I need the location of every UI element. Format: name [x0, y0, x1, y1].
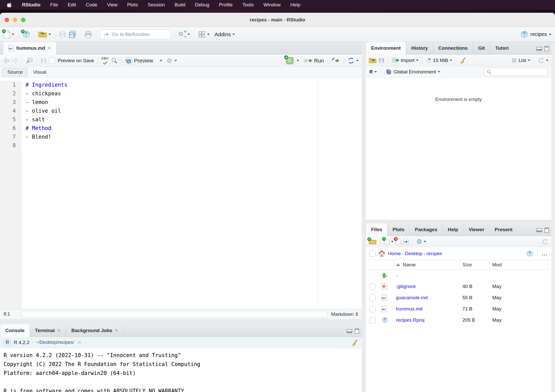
tab-viewer[interactable]: Viewer — [464, 223, 490, 236]
console-output[interactable]: R version 4.2.2 (2022-10-31) -- "Innocen… — [0, 348, 362, 392]
back-button[interactable] — [3, 58, 10, 64]
go-to-file-input[interactable] — [112, 32, 163, 37]
horizontal-splitter[interactable] — [366, 220, 551, 223]
breadcrumb-recipes[interactable]: recipes — [426, 251, 442, 256]
workspace-panes-button[interactable] — [198, 31, 210, 38]
spellcheck-button[interactable]: ABC — [102, 57, 109, 64]
table-row-hummus[interactable]: MD hummus.md 71 B May — [366, 303, 548, 315]
row-checkbox[interactable] — [369, 295, 376, 301]
insert-chunk-button[interactable]: C+ — [286, 57, 299, 64]
menu-plots[interactable]: Plots — [127, 2, 138, 8]
minimize-pane-icon[interactable] — [536, 228, 542, 232]
more-file-commands-button[interactable]: ⚙ — [416, 238, 426, 245]
import-dataset-button[interactable]: Import — [392, 57, 419, 63]
find-replace-button[interactable] — [111, 57, 118, 64]
close-tab-icon[interactable]: ✕ — [115, 328, 118, 333]
tab-console[interactable]: Console — [0, 324, 30, 337]
rerun-button[interactable] — [331, 58, 340, 64]
tab-plots[interactable]: Plots — [387, 223, 410, 236]
more-breadcrumb-button[interactable]: ... — [542, 250, 548, 257]
vertical-splitter[interactable] — [362, 42, 366, 392]
project-selector[interactable]: R recipes — [520, 30, 551, 38]
file-type-selector[interactable]: Markdown — [331, 311, 358, 317]
language-selector[interactable]: R — [369, 69, 377, 75]
list-view-button[interactable]: List — [511, 58, 530, 63]
menu-code[interactable]: Code — [86, 2, 97, 8]
rproj-cube-icon[interactable]: R — [526, 250, 533, 257]
addins-button[interactable]: Addins — [215, 31, 235, 37]
table-row-rproj[interactable]: R recipes.Rproj 205 B May — [366, 315, 548, 326]
menu-view[interactable]: View — [107, 2, 118, 8]
forward-button[interactable] — [12, 58, 18, 64]
close-tab-icon[interactable]: ✕ — [57, 328, 61, 333]
memory-usage-button[interactable]: 15 MiB — [426, 58, 452, 63]
select-all-checkbox[interactable] — [369, 250, 376, 257]
table-row-guacamole[interactable]: MD guacamole.md 55 B May — [366, 292, 548, 303]
preview-on-save-checkbox[interactable] — [49, 57, 55, 64]
save-button[interactable] — [59, 31, 66, 38]
version-control-button[interactable]: G+– — [179, 31, 190, 38]
maximize-pane-icon[interactable] — [545, 46, 549, 51]
environment-selector[interactable]: Global Environment — [385, 69, 440, 75]
home-icon[interactable] — [378, 250, 385, 257]
preview-button[interactable]: Preview — [125, 57, 162, 64]
render-options-gear-icon[interactable]: ⚙ — [166, 57, 172, 64]
maximize-pane-icon[interactable] — [545, 228, 549, 233]
file-link[interactable]: .gitignore — [396, 284, 416, 289]
source-mode-button[interactable]: Source — [3, 68, 28, 76]
horizontal-splitter[interactable] — [0, 319, 362, 324]
menu-build[interactable]: Build — [174, 2, 185, 8]
save-workspace-button[interactable] — [379, 57, 385, 63]
source-document-button[interactable] — [347, 57, 359, 64]
preview-on-save-option[interactable]: Preview on Save — [49, 57, 94, 64]
clear-environment-broom-button[interactable] — [460, 57, 466, 64]
row-checkbox[interactable] — [369, 283, 376, 290]
new-project-button[interactable]: R+ — [22, 30, 30, 38]
print-button[interactable] — [84, 31, 92, 38]
table-row-parent-dir[interactable]: .. — [366, 270, 548, 281]
refresh-environment-button[interactable] — [538, 57, 548, 64]
menu-tools[interactable]: Tools — [242, 2, 254, 8]
delete-file-button[interactable]: ✕ — [396, 238, 401, 245]
column-header-name[interactable]: Name — [393, 260, 460, 270]
minimize-pane-icon[interactable] — [347, 329, 352, 333]
menu-session[interactable]: Session — [148, 2, 165, 8]
new-folder-button[interactable]: + — [369, 239, 376, 245]
tab-connections[interactable]: Connections — [433, 42, 473, 54]
tab-terminal[interactable]: Terminal✕ — [30, 324, 66, 337]
maximize-pane-icon[interactable] — [355, 329, 359, 334]
apple-logo-icon[interactable] — [7, 2, 12, 8]
row-checkbox[interactable] — [369, 317, 376, 323]
tab-files[interactable]: Files — [366, 223, 387, 236]
rename-file-button[interactable] — [403, 238, 409, 245]
breadcrumb-home[interactable]: Home — [388, 251, 401, 256]
file-link[interactable]: recipes.Rproj — [396, 317, 424, 323]
tab-history[interactable]: History — [406, 42, 433, 54]
code-editor[interactable]: 1# Ingredients 2- chickpeas 3- lemon 4- … — [0, 77, 362, 309]
popout-window-button[interactable] — [26, 57, 33, 64]
run-button[interactable]: Run — [304, 58, 324, 64]
menu-file[interactable]: File — [50, 2, 58, 8]
open-file-button[interactable] — [38, 31, 51, 38]
file-link[interactable]: guacamole.md — [396, 295, 428, 300]
load-workspace-button[interactable] — [369, 57, 376, 63]
close-tab-icon[interactable]: ✕ — [47, 45, 51, 51]
go-to-file-search[interactable] — [100, 30, 171, 39]
column-header-size[interactable]: Size — [460, 260, 489, 270]
tab-help[interactable]: Help — [443, 223, 463, 236]
table-row-gitignore[interactable]: .gitignore 40 B May — [366, 281, 548, 292]
clear-console-broom-icon[interactable] — [351, 339, 358, 346]
tab-tutorial[interactable]: Tutori — [490, 42, 509, 54]
menu-help[interactable]: Help — [290, 2, 300, 8]
save-document-button[interactable] — [40, 57, 47, 64]
breadcrumb-desktop[interactable]: Desktop — [405, 251, 423, 256]
tab-presentation[interactable]: Present — [490, 223, 513, 236]
menu-debug[interactable]: Debug — [195, 2, 209, 8]
column-header-modified[interactable]: Mod — [489, 260, 548, 270]
tab-git[interactable]: Git — [473, 42, 490, 54]
new-blank-file-button[interactable]: + — [384, 238, 394, 245]
tab-hummus-md[interactable]: MD hummus.md ✕ — [3, 42, 57, 55]
menu-edit[interactable]: Edit — [68, 2, 76, 8]
row-checkbox[interactable] — [369, 306, 376, 312]
menu-profile[interactable]: Profile — [219, 2, 233, 8]
